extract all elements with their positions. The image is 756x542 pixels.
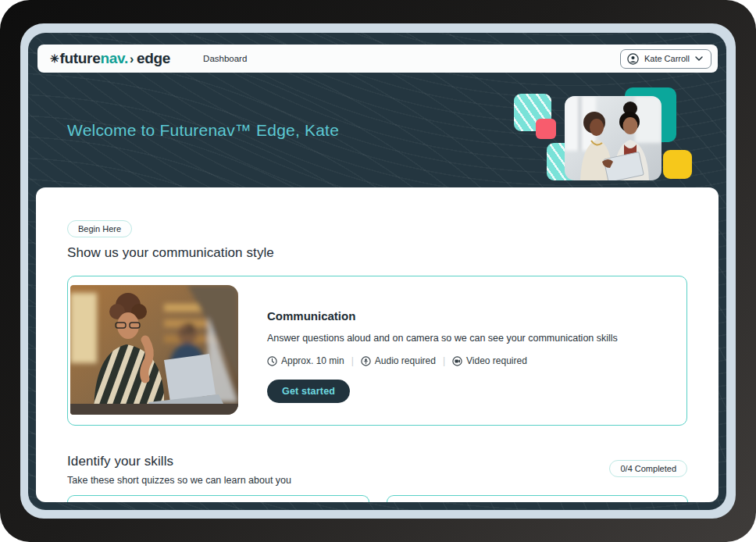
- app-window: ✳futurenav.›edge Dashboard Kate Carroll …: [28, 33, 726, 510]
- communication-card-description: Answer questions aloud and on camera so …: [267, 333, 618, 344]
- meta-separator: |: [351, 355, 354, 366]
- welcome-banner: Welcome to Futurenav™ Edge, Kate: [28, 73, 726, 187]
- meta-audio: Audio required: [361, 355, 436, 366]
- video-icon: [452, 356, 462, 366]
- user-name: Kate Carroll: [644, 54, 690, 63]
- communication-card[interactable]: Communication Answer questions aloud and…: [67, 276, 687, 426]
- communication-card-image: [70, 285, 238, 415]
- welcome-heading: Welcome to Futurenav™ Edge, Kate: [67, 121, 339, 140]
- meta-separator: |: [443, 355, 445, 366]
- banner-photo-collaboration: [565, 96, 662, 180]
- meta-video-label: Video required: [466, 355, 527, 366]
- top-navbar: ✳futurenav.›edge Dashboard Kate Carroll: [37, 45, 718, 73]
- meta-audio-label: Audio required: [375, 355, 436, 366]
- skills-section-text: Identify your skills Take these short qu…: [67, 454, 291, 486]
- meta-video: Video required: [452, 355, 527, 366]
- communication-section-heading: Show us your communication style: [67, 245, 687, 261]
- get-started-button[interactable]: Get started: [267, 380, 350, 403]
- futurenav-edge-logo[interactable]: ✳futurenav.›edge: [50, 50, 170, 67]
- skills-section-description: Take these short quizzes so we can learn…: [67, 475, 291, 486]
- decor-pink-square: [536, 119, 556, 139]
- asterisk-logo-icon: ✳: [50, 52, 59, 65]
- clock-icon: [267, 356, 277, 366]
- communication-card-body: Communication Answer questions aloud and…: [238, 276, 633, 403]
- communication-card-meta: Approx. 10 min | Audio required: [267, 355, 618, 366]
- communication-card-title: Communication: [267, 309, 618, 323]
- chevron-down-icon: [695, 56, 703, 61]
- user-avatar-icon: [627, 53, 639, 65]
- meta-duration: Approx. 10 min: [267, 355, 344, 366]
- nav-item-dashboard[interactable]: Dashboard: [203, 54, 247, 63]
- logo-chevron: ›: [130, 52, 134, 66]
- skills-section-heading: Identify your skills: [67, 454, 291, 469]
- logo-text-edge: edge: [137, 50, 170, 67]
- meta-duration-label: Approx. 10 min: [281, 355, 344, 366]
- decor-yellow-square: [663, 150, 692, 179]
- user-menu-button[interactable]: Kate Carroll: [620, 49, 711, 69]
- skills-section-header: Identify your skills Take these short qu…: [67, 454, 687, 486]
- logo-text-future: future: [59, 50, 100, 67]
- microphone-icon: [361, 356, 371, 366]
- page-background: ✳futurenav.›edge Dashboard Kate Carroll …: [0, 0, 756, 542]
- quiz-card-right[interactable]: [387, 495, 689, 502]
- main-content-panel: Begin Here Show us your communication st…: [36, 187, 719, 502]
- quiz-cards-row: [67, 495, 688, 502]
- skills-progress-badge: 0/4 Completed: [609, 460, 687, 477]
- begin-here-badge: Begin Here: [67, 220, 132, 237]
- logo-text-nav: nav.: [100, 50, 127, 67]
- quiz-card-left[interactable]: [67, 495, 369, 502]
